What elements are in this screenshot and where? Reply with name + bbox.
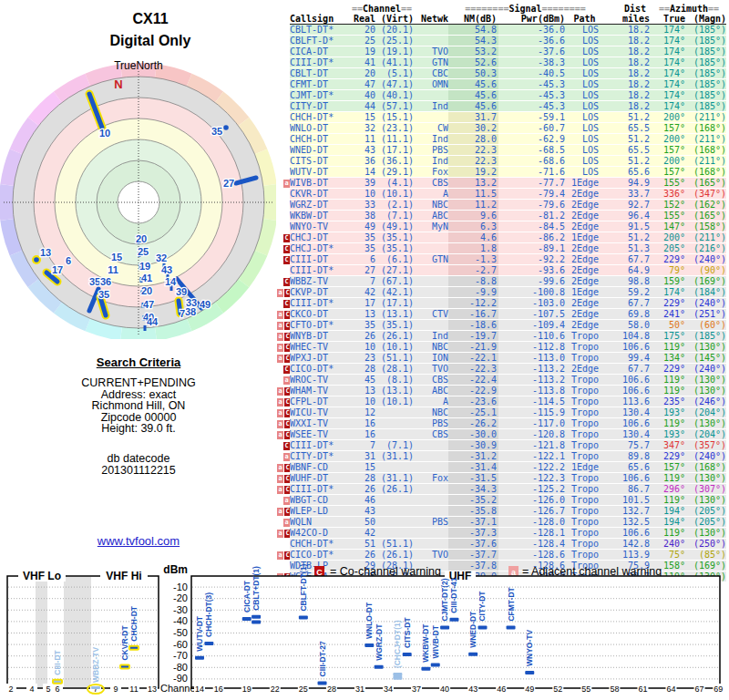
table-row[interactable]: CHCH-DT11(11.1)Ind28.0-62.9LOS51.2200°(2… [276,134,726,145]
tvfool-link[interactable]: www.tvfool.com [0,534,277,548]
radar-channel-label: 20 [141,285,152,296]
table-row[interactable]: aCWHAM-TV13(13.1)ABC-22.9-113.8Tropo106.… [276,386,726,396]
table-row[interactable]: aCCKCO-DT13(13.1)CTV-16.7-107.52Edge69.8… [276,309,726,320]
table-row[interactable]: CCIII-DT*17(17.1)-12.2-103.02Edge67.7229… [276,298,726,309]
table-row[interactable]: WNLO-DT32(23.1)CW30.2-60.7LOS65.5157°(16… [276,123,726,134]
cell-az-magn: (130°) [687,386,726,396]
table-row[interactable]: WGRZ-DT33(2.1)NBC11.2-79.62Edge92.7152°(… [276,200,726,211]
cell-az-true: 152° [652,200,687,211]
table-row[interactable]: CICA-DT19(19.1)TVO53.2-37.6LOS18.2174°(1… [276,46,726,57]
signal-bar-label: CBLT+DT(1) [252,566,261,611]
adjacent-warning-badge: a [277,464,283,472]
dbm-axis-label: dBm [163,563,188,576]
table-row[interactable]: CJMT-DT*40(40.1)45.6-45.3LOS18.2174°(185… [276,90,726,101]
table-row[interactable]: aCCKVP-DT42(42.1)-9.9-100.81Edge59.2174°… [276,287,726,298]
table-row[interactable]: CWBBZ-TV7(67.1)-8.8-99.62Edge98.8159°(16… [276,276,726,287]
cell-callsign: WKBW-DT [290,211,350,221]
cell-netwk: CBS [414,429,448,440]
cell-miles: 18.2 [602,36,652,46]
table-row[interactable]: aWBGT-CD46-35.2-126.0Tropo101.5119°(130°… [276,495,726,506]
signal-bar-label: CITY-DT [478,591,488,622]
cell-miles: 132.7 [602,506,652,517]
table-row[interactable]: aCITY-DT*31(31.1)-31.2-122.1Tropo89.8229… [276,451,726,462]
table-row[interactable]: aCWNYB-DT26(26.1)Ind-19.7-110.6Tropo104.… [276,331,726,342]
cell-nm: -30.0 [448,429,498,440]
dbm-tick-label: -80 [173,662,188,673]
cell-nm: -12.2 [448,298,498,309]
table-row[interactable]: CHCH-DT*51(51.1)-37.6-128.4Tropo142.8240… [276,539,726,550]
table-row[interactable]: aWROC-TV45(8.1)CBS-22.4-113.2Tropo106.61… [276,375,726,386]
cell-netwk [414,90,448,101]
cell-virt: (35.1) [375,320,414,331]
cell-az-true: 241° [652,309,687,320]
table-row[interactable]: WKBW-DT38(7.1)ABC9.6-81.22Edge96.4155°(1… [276,211,726,221]
cell-az-magn: (168°) [687,462,726,473]
table-row[interactable]: aCWXXI-TV16PBS-26.2-117.0Tropo106.6119°(… [276,418,726,429]
cell-nm: 13.2 [448,178,498,189]
table-row[interactable]: CHCH-DT*15(15.1)31.7-59.1LOS51.2200°(211… [276,112,726,123]
cell-az-true: 147° [652,221,687,232]
table-row[interactable]: CBLT-DT20(5.1)CBC50.3-40.5LOS18.2174°(18… [276,68,726,79]
signal-bar [449,618,458,622]
table-row[interactable]: CCICO-DT*28(28.1)TVO-22.3-113.22Edge67.7… [276,364,726,375]
table-row[interactable]: CCHCJ-DT*35(35.1)1.8-89.12Edge51.3205°(2… [276,243,726,254]
table-row[interactable]: CITS-DT36(36.1)Ind22.3-68.6LOS51.2200°(2… [276,156,726,167]
table-row[interactable]: CCIII-DT*7(7.1)-30.9-121.8Tropo75.7347°(… [276,440,726,451]
channel-tick-label: 9 [113,685,118,694]
table-row[interactable]: WNED-DT43(17.1)PBS22.3-68.5LOS65.5157°(1… [276,145,726,156]
cell-real: 47 [350,79,375,90]
cell-real: 51 [350,539,375,550]
cell-miles: 65.5 [602,145,652,156]
signal-bar [252,615,261,619]
table-row[interactable]: CFMT-DT47(47.1)OMN45.6-45.3LOS18.2174°(1… [276,79,726,90]
cell-callsign: WNED-DT [290,145,350,156]
table-row[interactable]: WNYO-TV49(49.1)MyN6.3-84.52Edge91.5147°(… [276,221,726,232]
table-row[interactable]: aWQLN50PBS-37.1-128.0Tropo132.5194°(205°… [276,517,726,528]
cell-callsign: WNLO-DT [290,123,350,134]
table-row[interactable]: CIII-DT*27(27.1)-2.7-93.62Edge64.979°(90… [276,265,726,276]
table-row[interactable]: aCWICU-TV12NBC-25.1-115.9Tropo130.4193°(… [276,407,726,418]
table-row[interactable]: aCWUHF-DT28(31.1)Fox-31.5-122.3Tropo106.… [276,473,726,484]
cell-az-magn: (168°) [687,167,726,178]
table-row[interactable]: CIII-DT*41(41.1)GTN52.6-38.3LOS18.2174°(… [276,57,726,68]
table-row[interactable]: aCWBNF-CD15-31.4-122.21Edge65.6157°(168°… [276,462,726,473]
table-row[interactable]: WUTV-DT14(29.1)Fox19.2-71.6LOS65.6157°(1… [276,167,726,178]
cell-callsign: WUTV-DT [290,167,350,178]
table-row[interactable]: CCHCJ-DT35(35.1)4.6-86.21Edge51.2200°(21… [276,232,726,243]
cell-netwk: Ind [414,101,448,112]
cell-az-magn: (240°) [687,364,726,375]
cell-virt: (20.1) [375,25,414,36]
cell-pwr: -113.2 [498,375,567,386]
cell-virt: (25.1) [375,36,414,46]
table-row[interactable]: CITY-DT44(57.1)Ind45.6-45.3LOS18.2174°(1… [276,101,726,112]
signal-bar [393,676,402,680]
cell-pwr: -45.3 [498,90,567,101]
table-row[interactable]: aCW42CO-D42-37.3-128.1Tropo106.6119°(130… [276,528,726,539]
table-row[interactable]: aCWSEE-TV16CBS-30.0-120.8Tropo130.4193°(… [276,429,726,440]
dbm-tick-label: -30 [173,604,188,615]
cell-path: LOS [567,145,602,156]
cell-pwr: -110.6 [498,331,567,342]
table-row[interactable]: aCWPXJ-DT23(51.1)ION-22.1-113.0Tropo99.4… [276,353,726,364]
cell-nm: -35.8 [448,506,498,517]
table-row[interactable]: CCIII-DT6(6.1)GTN-1.3-92.22Edge67.7229°(… [276,254,726,265]
table-row[interactable]: CBLT-DT*20(20.1)54.8-36.0LOS18.2174°(185… [276,25,726,36]
cell-az-magn: (205°) [687,506,726,517]
cell-pwr: -68.5 [498,145,567,156]
table-row[interactable]: aCWHEC-TV10(10.1)NBC-21.9-112.8Tropo106.… [276,342,726,353]
cell-nm: 11.2 [448,200,498,211]
cell-real: 13 [350,309,375,320]
cell-real: 26 [350,331,375,342]
table-row[interactable]: aCCFPL-DT10(10.1)A-23.6-114.5Tropo113.62… [276,396,726,407]
cell-pwr: -121.8 [498,440,567,451]
cell-az-true: 235° [652,396,687,407]
table-row[interactable]: aCWLEP-LD43-35.8-126.7Tropo132.7194°(205… [276,506,726,517]
cell-az-magn: (185°) [687,36,726,46]
table-row[interactable]: aCCIII-DT*26(26.1)-34.3-125.2Tropo86.729… [276,484,726,495]
cell-miles: 130.4 [602,429,652,440]
table-row[interactable]: CBLFT-D*25(25.1)54.3-36.6LOS18.2174°(185… [276,36,726,46]
table-row[interactable]: CKVR-DT10(10.1)A11.5-79.42Edge33.7336°(3… [276,189,726,200]
table-row[interactable]: aCCFTO-DT*35(35.1)-18.6-109.42Edge58.050… [276,320,726,331]
table-row[interactable]: aWIVB-DT39(4.1)CBS13.2-77.71Edge94.9155°… [276,178,726,189]
cell-nm: -22.9 [448,386,498,396]
